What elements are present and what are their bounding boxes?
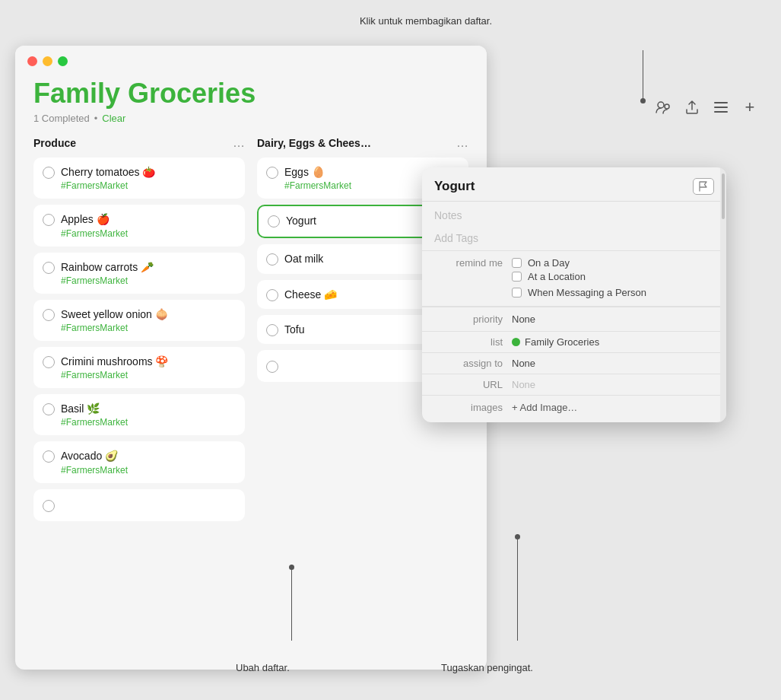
item-circle[interactable] <box>43 450 55 463</box>
column-dairy-title: Dairy, Eggs & Chees… <box>257 137 371 149</box>
callout-bottom-left-text: Ubah daftar. <box>236 662 290 673</box>
callout-line-right <box>517 534 518 641</box>
add-icon[interactable]: + <box>741 99 758 116</box>
list-item[interactable]: Apples 🍎 #FarmersMarket <box>33 205 245 246</box>
completed-bar: 1 Completed • Clear <box>33 113 468 124</box>
app-content: Family Groceries 1 Completed • Clear Pro… <box>15 77 487 546</box>
item-circle[interactable] <box>43 403 55 415</box>
at-location-toggle[interactable] <box>512 272 522 282</box>
url-section: URL None <box>422 374 726 395</box>
images-section: images + Add Image… <box>422 395 726 422</box>
item-content: Basil 🌿 #FarmersMarket <box>61 402 236 428</box>
app-title: Family Groceries <box>33 77 468 110</box>
column-produce-title: Produce <box>33 137 76 149</box>
item-circle[interactable] <box>268 215 280 228</box>
list-icon[interactable] <box>713 99 729 116</box>
column-dairy-more-icon[interactable]: … <box>456 136 468 150</box>
toolbar-icons: + <box>655 99 758 116</box>
item-name: Avocado 🥑 <box>61 449 236 463</box>
list-label: list <box>434 336 503 348</box>
detail-notes-placeholder[interactable]: Notes <box>422 202 726 228</box>
item-circle[interactable] <box>43 356 55 368</box>
item-name: Cherry tomatoes 🍅 <box>61 165 236 179</box>
minimize-button[interactable] <box>43 56 52 66</box>
collaborate-icon[interactable] <box>655 99 671 116</box>
remind-me-label: remind me <box>434 257 503 269</box>
item-name: Apples 🍎 <box>61 212 236 226</box>
when-messaging-row: When Messaging a Person <box>434 285 714 303</box>
add-image-label: + Add Image… <box>512 402 577 413</box>
item-name: Rainbow carrots 🥕 <box>61 260 236 274</box>
list-item[interactable]: Avocado 🥑 #FarmersMarket <box>33 441 245 482</box>
detail-scrollbar[interactable] <box>720 167 726 422</box>
when-messaging-toggle[interactable] <box>512 288 522 298</box>
list-item[interactable]: Basil 🌿 #FarmersMarket <box>33 394 245 435</box>
item-content: Rainbow carrots 🥕 #FarmersMarket <box>61 260 236 286</box>
item-name: Crimini mushrooms 🍄 <box>61 355 236 368</box>
callout-top-line <box>643 50 643 103</box>
url-label: URL <box>434 379 503 390</box>
callout-line-left <box>291 565 292 641</box>
callout-bottom-right: Tugaskan pengingat. <box>441 662 533 673</box>
item-circle[interactable] <box>43 214 55 226</box>
svg-point-0 <box>658 102 664 108</box>
item-circle <box>43 500 55 512</box>
item-circle[interactable] <box>266 167 278 179</box>
list-item[interactable]: Sweet yellow onion 🧅 #FarmersMarket <box>33 300 245 341</box>
item-tag: #FarmersMarket <box>61 370 236 380</box>
close-button[interactable] <box>27 56 37 66</box>
at-location-label: At a Location <box>528 271 586 282</box>
item-circle[interactable] <box>266 289 278 301</box>
separator: • <box>94 113 98 124</box>
add-image-button[interactable]: + Add Image… <box>512 402 577 413</box>
assign-section: assign to None <box>422 352 726 374</box>
assign-value[interactable]: None <box>512 358 535 369</box>
item-content: Apples 🍎 #FarmersMarket <box>61 212 236 238</box>
column-produce-more-icon[interactable]: … <box>233 136 245 150</box>
column-dairy-header: Dairy, Eggs & Chees… … <box>257 136 468 150</box>
item-circle[interactable] <box>43 309 55 321</box>
completed-text: 1 Completed <box>33 113 90 124</box>
url-value[interactable]: None <box>512 379 535 390</box>
item-circle[interactable] <box>266 324 278 336</box>
assign-label: assign to <box>434 358 503 369</box>
share-icon[interactable] <box>684 99 700 116</box>
item-tag: #FarmersMarket <box>61 228 236 239</box>
detail-panel: Yogurt Notes Add Tags remind me On a Day… <box>422 167 726 422</box>
list-dot <box>512 338 520 346</box>
item-content: Sweet yellow onion 🧅 #FarmersMarket <box>61 307 236 333</box>
item-tag: #FarmersMarket <box>61 275 236 286</box>
list-item[interactable]: Crimini mushrooms 🍄 #FarmersMarket <box>33 347 245 388</box>
on-a-day-toggle[interactable] <box>512 258 522 268</box>
clear-button[interactable]: Clear <box>102 113 125 124</box>
flag-button[interactable] <box>693 178 714 195</box>
main-window: Family Groceries 1 Completed • Clear Pro… <box>15 46 487 670</box>
columns: Produce … Cherry tomatoes 🍅 #FarmersMark… <box>33 136 468 527</box>
item-content: Crimini mushrooms 🍄 #FarmersMarket <box>61 355 236 380</box>
item-circle[interactable] <box>43 262 55 274</box>
svg-point-1 <box>665 104 669 109</box>
list-name[interactable]: Family Groceries <box>525 336 599 348</box>
list-item[interactable]: Cherry tomatoes 🍅 #FarmersMarket <box>33 158 245 199</box>
item-tag: #FarmersMarket <box>61 465 236 476</box>
item-tag: #FarmersMarket <box>61 417 236 428</box>
svg-rect-3 <box>714 107 728 108</box>
scrollbar-thumb <box>722 173 725 219</box>
list-item-empty[interactable] <box>33 489 245 521</box>
svg-rect-2 <box>714 102 728 103</box>
detail-tags-placeholder[interactable]: Add Tags <box>422 228 726 251</box>
when-messaging-label: When Messaging a Person <box>528 287 646 298</box>
remind-me-section: remind me On a Day At a Location When Me… <box>422 251 726 307</box>
priority-label: priority <box>434 313 503 325</box>
maximize-button[interactable] <box>58 56 68 66</box>
detail-header: Yogurt <box>422 167 726 202</box>
priority-value[interactable]: None <box>512 313 535 325</box>
list-item[interactable]: Rainbow carrots 🥕 #FarmersMarket <box>33 253 245 294</box>
remind-me-content: On a Day <box>512 257 714 269</box>
item-content: Yogurt <box>286 214 438 228</box>
list-section: list Family Groceries <box>422 331 726 352</box>
column-produce: Produce … Cherry tomatoes 🍅 #FarmersMark… <box>33 136 245 527</box>
detail-title: Yogurt <box>434 179 475 194</box>
item-circle[interactable] <box>43 167 55 179</box>
item-circle[interactable] <box>266 253 278 266</box>
